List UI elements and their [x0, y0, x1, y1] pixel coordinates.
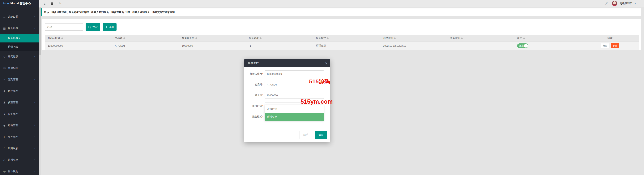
sort-icon[interactable] [327, 37, 328, 39]
user-icon: ☻ [2, 90, 6, 93]
cell-actions: 修改 删除 [581, 43, 639, 48]
sort-icon[interactable] [260, 37, 262, 39]
edit-button[interactable]: 修改 [601, 43, 610, 48]
topbar-left: ⌂ ☰ ↻ [39, 2, 61, 5]
chevron-down-icon: ▼ [34, 90, 36, 92]
close-icon[interactable]: ✕ [325, 62, 328, 65]
chevron-down-icon: ▼ [34, 67, 36, 69]
chevron-down-icon: ▼ [34, 16, 36, 18]
dropdown-option-perpetual[interactable]: 永续合约 [265, 105, 324, 113]
chevron-down-icon: ▼ [34, 113, 36, 115]
sidebar-item-new-coin-subscription[interactable]: ◷ 新币认购 ▼ [0, 166, 39, 175]
col-status: 状态 [514, 35, 581, 42]
sidebar: BicoGlobal 管理中心 ☰ 系统设置 ▼ ▦ 撮合机器 ▲ 撮合机器人 … [0, 0, 39, 175]
cancel-button[interactable]: 取消 [300, 131, 312, 139]
edit-params-modal: 修改参数 ✕ 机器人账号* 交易对* 最大值* 撮合对象* 撮合模式* 币币交易… [244, 59, 330, 142]
chevron-up-icon: ▲ [34, 28, 36, 29]
sort-icon[interactable] [196, 37, 197, 39]
save-button[interactable]: 保存 [315, 131, 327, 139]
col-max-quantity: 数量最大值 [179, 35, 246, 42]
phone-icon: ☏ [2, 67, 6, 70]
search-button[interactable]: 搜索 [86, 23, 100, 31]
table-header: 机器人账号 交易对 数量最大值 撮合对象 撮合模式 创建时间 更新时间 状态 操… [45, 35, 639, 42]
search-input[interactable] [45, 23, 83, 31]
sidebar-item-agent-management[interactable]: ♟ 代理管理 ▼ [0, 97, 39, 108]
dollar-icon: $ [2, 135, 6, 138]
cell-matching-mode: 币币交易 [313, 44, 380, 47]
chevron-down-icon: ▼ [34, 170, 36, 172]
sort-icon[interactable] [523, 37, 525, 39]
delete-button[interactable]: 删除 [611, 43, 619, 48]
sidebar-subitem-matching-robot[interactable]: 撮合机器人 [0, 34, 39, 43]
required-mark: * [262, 104, 263, 107]
watermark-text: 515源码 [309, 78, 330, 85]
sidebar-item-chat-community[interactable]: ☺ 聊天社群 ▼ [0, 51, 39, 62]
sidebar-item-matching-robot[interactable]: ▦ 撮合机器 ▲ [0, 23, 39, 34]
sidebar-item-coin-management[interactable]: ◈ 币种管理 ▼ [0, 120, 39, 131]
table-row: 13800000000 AT/USDT 10000000 -1 币币交易 202… [45, 42, 639, 50]
sort-icon[interactable] [461, 37, 463, 39]
username[interactable]: 超级管理员 [620, 2, 632, 5]
dropdown-option-spot[interactable]: 币币交易 [265, 113, 324, 121]
modal-body: 机器人账号* 交易对* 最大值* 撮合对象* 撮合模式* 币币交易 ▲ 永续合约… [244, 67, 330, 127]
field-max-value: 最大值* [248, 92, 326, 99]
plus-icon: + [106, 26, 107, 29]
user-menu-caret-icon: ▼ [634, 3, 636, 5]
sidebar-item-communication-config[interactable]: ☏ 通信配置 ▼ [0, 62, 39, 74]
status-toggle[interactable]: 开启 [517, 43, 528, 48]
topbar: ⌂ ☰ ↻ ⤢ 超级管理员 ▼ [39, 0, 644, 7]
chevron-down-icon: ▼ [34, 125, 36, 126]
refresh-icon[interactable]: ↻ [59, 2, 61, 5]
scrollbar-thumb[interactable] [39, 7, 41, 55]
chevron-down-icon: ▼ [34, 56, 36, 58]
fullscreen-icon[interactable]: ⤢ [605, 2, 608, 5]
cell-trading-pair: AT/USDT [112, 44, 179, 47]
chat-icon: ☺ [2, 55, 6, 58]
sort-icon[interactable] [394, 37, 396, 39]
notice-bar: 提示：撮合引擎说明，撮合对象为账号时，机器人1对1撮合，撮合对象为 -1 时，机… [41, 9, 641, 16]
sidebar-item-checkin-management[interactable]: ✎ 签到管理 ▼ [0, 74, 39, 85]
sidebar-item-finance-management[interactable]: ¥ 财务管理 ▼ [0, 108, 39, 120]
chevron-down-icon: ▼ [34, 102, 36, 103]
sidebar-item-wealth-interest[interactable]: ☆ 理财生息 ▼ [0, 143, 39, 154]
search-toolbar: 搜索 + 添加 [45, 23, 639, 31]
sidebar-scrollbar[interactable] [39, 7, 41, 175]
collapse-sidebar-icon[interactable]: ☰ [51, 2, 53, 5]
avatar[interactable] [612, 1, 618, 6]
required-mark: * [262, 83, 263, 86]
yen-icon: ¥ [2, 112, 6, 115]
add-button[interactable]: + 添加 [103, 23, 116, 31]
cell-created-time: 2022-12-12 19:23:12 [380, 44, 447, 47]
sidebar-item-user-management[interactable]: ☻ 用户管理 ▼ [0, 85, 39, 97]
col-trading-pair: 交易对 [112, 35, 179, 42]
col-matching-target: 撮合对象 [246, 35, 313, 42]
modal-buttons: 取消 保存 [244, 131, 327, 139]
sidebar-item-system-settings[interactable]: ☰ 系统设置 ▼ [0, 11, 39, 23]
sidebar-nav: ☰ 系统设置 ▼ ▦ 撮合机器 ▲ 撮合机器人 行情 K线 ☺ 聊天社群 ▼ ☏… [0, 7, 39, 175]
sidebar-item-asset-management[interactable]: $ 资产管理 ▼ [0, 131, 39, 143]
search-icon [88, 26, 91, 28]
robots-table: 机器人账号 交易对 数量最大值 撮合对象 撮合模式 创建时间 更新时间 状态 操… [45, 35, 639, 50]
person-icon: ♟ [2, 101, 6, 104]
main-content: 提示：撮合引擎说明，撮合对象为账号时，机器人1对1撮合，撮合对象为 -1 时，机… [41, 7, 644, 175]
col-created-time: 创建时间 [380, 35, 447, 42]
chevron-down-icon: ▼ [34, 159, 36, 161]
chevron-down-icon: ▼ [34, 136, 36, 138]
pencil-icon: ✎ [2, 78, 6, 81]
sidebar-item-fiat-trading[interactable]: ♨ 法币交易 ▼ [0, 154, 39, 166]
home-icon[interactable]: ⌂ [44, 2, 46, 5]
topbar-right: ⤢ 超级管理员 ▼ [605, 1, 644, 6]
col-matching-mode: 撮合模式 [313, 35, 380, 42]
field-robot-account: 机器人账号* [248, 70, 326, 77]
sidebar-subitem-kline[interactable]: 行情 K线 [0, 43, 39, 51]
content-card: 搜索 + 添加 机器人账号 交易对 数量最大值 撮合对象 撮合模式 创建时间 更… [42, 19, 641, 50]
sort-icon[interactable] [124, 37, 125, 39]
robot-account-input[interactable] [264, 70, 324, 77]
star-icon: ☆ [2, 147, 6, 150]
sort-icon[interactable] [61, 37, 63, 39]
max-value-input[interactable] [264, 92, 324, 99]
col-robot-account: 机器人账号 [45, 35, 112, 42]
watermark-text: 515ym.com [300, 98, 333, 105]
drops-icon: ◈ [2, 124, 6, 127]
logo-brand: Bico [3, 2, 9, 5]
